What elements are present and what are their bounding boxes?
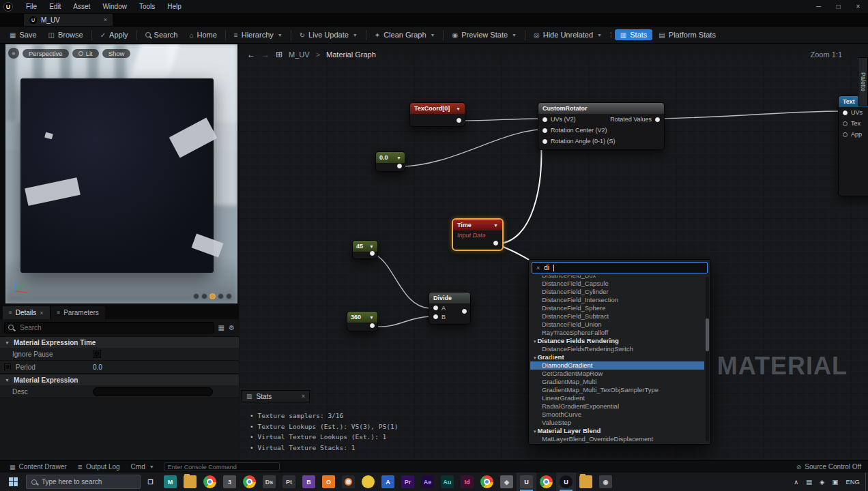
taskbar-app-button[interactable]: Ds <box>259 473 279 491</box>
taskbar-app-button[interactable]: Pr <box>398 473 418 491</box>
input-pin[interactable] <box>843 132 848 137</box>
tray-icon[interactable]: ∧ <box>794 478 798 486</box>
taskbar-app-button[interactable]: ❐ <box>141 473 160 491</box>
console-command-input[interactable] <box>164 462 280 471</box>
taskbar-app-button[interactable]: B <box>299 473 319 491</box>
node-constant-45[interactable]: 45 ▼ <box>352 240 378 259</box>
preview-shape-dot[interactable] <box>226 293 232 299</box>
chevron-down-icon[interactable]: ▼ <box>396 155 401 160</box>
taskbar-app-button[interactable] <box>477 473 497 491</box>
input-pin[interactable] <box>843 121 848 126</box>
minimize-button[interactable]: ─ <box>809 0 828 13</box>
taskbar-app-button[interactable]: 3 <box>220 473 240 491</box>
menu-item[interactable]: Edit <box>43 0 67 13</box>
search-button[interactable]: Search <box>140 29 184 40</box>
output-pin[interactable] <box>462 309 467 314</box>
taskbar-app-button[interactable] <box>338 473 358 491</box>
tab-parameters[interactable]: ≡ Parameters <box>51 306 105 319</box>
taskbar-app-button[interactable] <box>576 473 596 491</box>
popup-result-item[interactable]: DistanceField_Subtract <box>530 312 704 321</box>
content-drawer-button[interactable]: ▦Content Drawer <box>4 463 72 471</box>
palette-side-tab[interactable]: Palette <box>858 57 868 106</box>
popup-result-item[interactable]: DistanceFieldsRenderingSwitch <box>530 345 704 353</box>
wire-45-to-divide-a[interactable] <box>373 254 430 308</box>
cmd-dropdown[interactable]: Cmd▼ <box>126 463 160 471</box>
lit-mode-button[interactable]: Lit <box>72 49 99 58</box>
wire-rotator-to-texture[interactable] <box>658 111 842 119</box>
popup-result-item[interactable]: DistanceField_Union <box>530 321 704 329</box>
breadcrumb-asset[interactable]: M_UV <box>289 50 310 59</box>
node-header[interactable]: Time ▼ <box>453 220 502 230</box>
chevron-down-icon[interactable]: ▼ <box>493 223 498 228</box>
taskbar-app-button[interactable]: A <box>378 473 398 491</box>
ignore-pause-checkbox[interactable] <box>93 350 101 358</box>
period-enable-checkbox[interactable] <box>4 363 11 370</box>
menu-item[interactable]: Asset <box>67 0 96 13</box>
breadcrumb-current[interactable]: Material Graph <box>326 50 376 59</box>
show-button[interactable]: Show <box>102 49 131 58</box>
viewport-menu-icon[interactable]: ≡ <box>8 48 19 59</box>
wire-360-to-divide-b[interactable] <box>373 316 430 327</box>
preview-viewport[interactable]: ≡ Perspective Lit Show <box>5 44 237 303</box>
period-value[interactable]: 0.0 <box>93 363 102 371</box>
clean-graph-button[interactable]: ✦Clean Graph▼ <box>369 29 441 40</box>
tab-close-icon[interactable]: × <box>40 310 43 316</box>
tab-details[interactable]: ≡ Details × <box>3 306 50 319</box>
maximize-button[interactable]: □ <box>828 0 848 13</box>
output-log-button[interactable]: ≣Output Log <box>72 463 126 471</box>
live-update-button[interactable]: ↻Live Update▼ <box>294 29 363 40</box>
popup-result-item[interactable]: GradientMap_Multi <box>530 378 704 386</box>
popup-result-item[interactable]: RayTraceSphereFalloff <box>530 329 704 337</box>
source-control-status[interactable]: ⊘Source Control Off <box>796 463 864 471</box>
output-pin[interactable] <box>370 323 375 328</box>
taskbar-app-button[interactable]: Id <box>457 473 477 491</box>
output-pin[interactable] <box>655 117 660 122</box>
settings-gear-icon[interactable]: ⚙ <box>229 324 235 331</box>
popup-scrollbar-track[interactable] <box>706 277 709 441</box>
popup-result-item[interactable]: MatLayerBlend_OverrideDisplacement <box>530 435 704 443</box>
output-pin[interactable] <box>457 118 461 123</box>
preview-state-button[interactable]: ◉Preview State▼ <box>446 29 522 40</box>
input-pin[interactable] <box>843 110 848 115</box>
tray-icon[interactable]: ENG <box>845 478 860 486</box>
node-constant-0[interactable]: 0.0 ▼ <box>375 151 405 172</box>
close-icon[interactable]: × <box>302 393 305 400</box>
input-pin[interactable] <box>542 117 547 122</box>
output-pin[interactable] <box>493 241 498 246</box>
wire-const-to-rotation-center[interactable] <box>400 130 540 166</box>
chevron-down-icon[interactable]: ▼ <box>369 315 374 320</box>
menu-item[interactable]: File <box>20 0 43 13</box>
perspective-button[interactable]: Perspective <box>23 49 69 58</box>
popup-result-item[interactable]: ValueStep <box>530 419 704 427</box>
popup-result-item[interactable]: Material Layer Blend <box>530 427 704 435</box>
hide-unrelated-button[interactable]: ◎Hide Unrelated▼ <box>528 29 607 40</box>
output-pin[interactable] <box>397 164 402 168</box>
node-constant-360[interactable]: 360 ▼ <box>347 311 378 331</box>
tray-icon[interactable]: ◈ <box>820 478 824 486</box>
node-header[interactable]: Divide <box>429 293 470 303</box>
preview-shape-dot[interactable] <box>218 293 224 299</box>
taskbar-app-button[interactable] <box>180 473 200 491</box>
desc-input[interactable] <box>93 387 213 396</box>
preview-mesh[interactable] <box>20 78 214 273</box>
taskbar-app-button[interactable]: ◉ <box>596 473 616 491</box>
taskbar-app-button[interactable]: U <box>556 473 576 491</box>
popup-result-item[interactable]: DistanceField_Intersection <box>530 296 704 304</box>
node-divide[interactable]: Divide A B <box>429 292 471 325</box>
back-arrow-icon[interactable]: ← <box>247 50 255 59</box>
section-material-expression[interactable]: ▼ Material Expression <box>0 374 239 385</box>
node-custom-rotator[interactable]: CustomRotator UVs (V2) Rotated Values Ro… <box>538 102 665 150</box>
graph-grid-icon[interactable]: ⊞ <box>276 50 283 59</box>
popup-search-box[interactable]: × di <box>532 262 708 273</box>
tab-close-icon[interactable]: × <box>104 16 107 23</box>
taskbar-app-button[interactable] <box>240 473 259 491</box>
popup-result-item[interactable]: Gradient <box>530 353 704 361</box>
unreal-logo[interactable]: U <box>3 2 13 12</box>
popup-result-item[interactable]: LinearGradient <box>530 394 704 402</box>
popup-result-item[interactable]: SmoothCurve <box>530 411 704 419</box>
display-filter-icon[interactable]: ▦ <box>218 324 225 331</box>
popup-result-item[interactable]: DiamondGradient <box>530 361 704 370</box>
taskbar-app-button[interactable]: U <box>517 473 536 491</box>
save-button[interactable]: ▦Save <box>4 29 42 40</box>
menu-item[interactable]: Window <box>96 0 133 13</box>
